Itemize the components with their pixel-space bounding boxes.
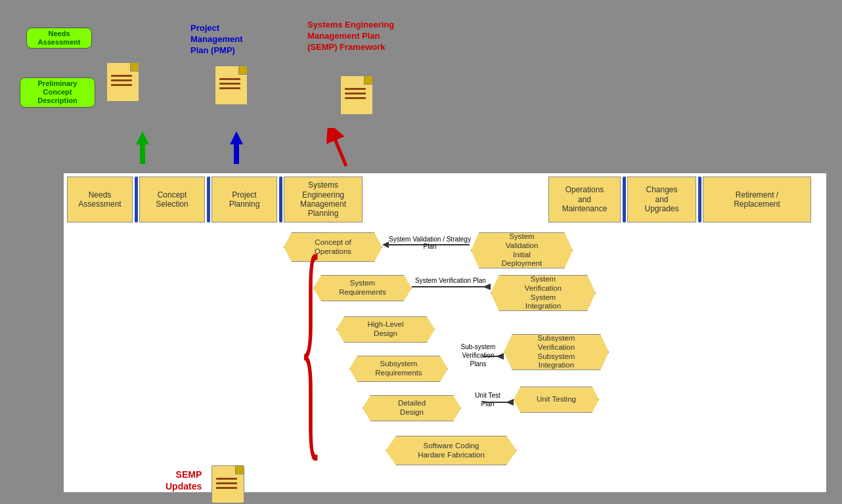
arrow-subsystem xyxy=(483,356,502,357)
arrow-system-verification xyxy=(412,286,489,287)
label-unit-test-plan: Unit TestPlan xyxy=(463,391,512,408)
label-preliminary-concept: PreliminaryConceptDescription xyxy=(20,77,95,108)
v-software-coding: Software CodingHardare Fabrication xyxy=(386,436,517,465)
v-model-diagram: NeedsAssessment ConceptSelection Project… xyxy=(62,172,828,494)
divider-2 xyxy=(207,177,210,222)
v-system-validation: SystemValidationInitialDeployment xyxy=(471,232,573,268)
label-sv-verification-plan: System Verification Plan xyxy=(412,277,489,284)
v-subsystem-verification: SubsystemVerificationSubsystemIntegratio… xyxy=(504,334,609,370)
v-system-requirements: SystemRequirements xyxy=(313,275,412,301)
label-semp-framework: Systems EngineeringManagement Plan(SEMP)… xyxy=(307,20,422,53)
v-high-level-design: High-LevelDesign xyxy=(336,316,435,343)
label-needs-assessment: NeedsAssessment xyxy=(26,28,92,49)
label-pmp: ProjectManagementPlan (PMP) xyxy=(190,23,276,56)
semp-updates-label: SEMPUpdates xyxy=(166,469,202,492)
svg-marker-3 xyxy=(483,284,491,290)
v-unit-testing: Unit Testing xyxy=(514,387,599,413)
divider-1 xyxy=(135,177,138,222)
phase-needs-assessment: NeedsAssessment xyxy=(67,177,133,222)
arrow-red-up xyxy=(326,128,353,167)
document-icon-2 xyxy=(215,66,248,105)
curly-brace: { xyxy=(300,231,322,455)
phase-changes: ChangesandUpgrades xyxy=(627,177,696,222)
v-detailed-design: DetailedDesign xyxy=(363,395,461,421)
v-concept-operations: Concept ofOperations xyxy=(284,232,382,262)
divider-5 xyxy=(698,177,701,222)
phase-concept-selection: ConceptSelection xyxy=(139,177,205,222)
label-sv-plan: System Validation / Strategy Plan xyxy=(386,236,474,250)
divider-3 xyxy=(279,177,282,222)
svg-marker-5 xyxy=(506,399,514,406)
phase-project-planning: ProjectPlanning xyxy=(211,177,277,222)
phase-retirement: Retirement /Replacement xyxy=(703,177,811,222)
main-container: NeedsAssessment PreliminaryConceptDescri… xyxy=(0,0,842,504)
document-icon-1 xyxy=(106,62,139,102)
document-icon-3 xyxy=(340,75,373,115)
v-subsystem-requirements: SubsystemRequirements xyxy=(349,356,448,382)
arrow-unit-test xyxy=(483,402,512,403)
phase-semp: SystemsEngineeringManagementPlanning xyxy=(284,177,363,222)
phase-operations: OperationsandMaintenance xyxy=(548,177,621,222)
v-system-verification: SystemVerificationSystemIntegration xyxy=(491,275,596,311)
svg-marker-4 xyxy=(496,353,504,360)
svg-line-1 xyxy=(332,131,346,166)
document-icon-semp xyxy=(211,465,244,503)
divider-4 xyxy=(623,177,626,222)
